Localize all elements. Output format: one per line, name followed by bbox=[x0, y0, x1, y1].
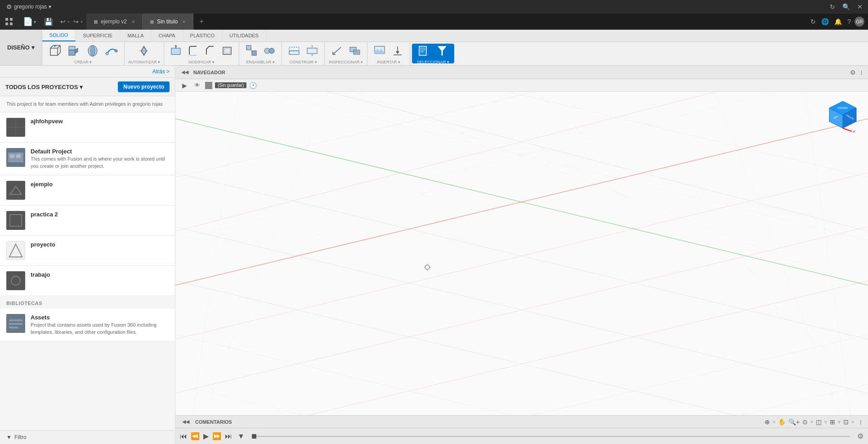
navigator-pin-button[interactable]: | bbox=[859, 69, 864, 76]
panel-collapse-button[interactable]: | bbox=[858, 418, 864, 426]
project-item-default[interactable]: Default Project This comes with Fusion a… bbox=[0, 143, 175, 175]
refresh-icon[interactable]: ↻ bbox=[828, 1, 837, 12]
close-icon[interactable]: ✕ bbox=[855, 1, 864, 12]
svg-rect-20 bbox=[171, 48, 180, 54]
help-icon[interactable]: ? bbox=[846, 16, 853, 27]
visibility-button[interactable]: 👁 bbox=[192, 81, 202, 90]
file-menu-button[interactable]: 📄 ▾ bbox=[18, 13, 40, 30]
tab-plastico[interactable]: PLÁSTICO bbox=[183, 30, 222, 41]
tab-chapa[interactable]: CHAPA bbox=[152, 30, 183, 41]
play-button[interactable]: ▶ bbox=[180, 81, 189, 90]
history-clock-icon[interactable]: 🕐 bbox=[249, 82, 257, 89]
timeline-track[interactable] bbox=[252, 436, 850, 437]
project-item-trabajo[interactable]: trabajo bbox=[0, 266, 175, 296]
new-tab-button[interactable]: + bbox=[193, 13, 210, 30]
timeline-next-button[interactable]: ⏩ bbox=[212, 432, 221, 440]
timeline-start-button[interactable]: ⏮ bbox=[180, 432, 187, 440]
apps-grid-button[interactable] bbox=[0, 13, 18, 30]
inspect-interference[interactable] bbox=[346, 43, 363, 59]
redo-button[interactable]: ↪ bbox=[73, 18, 79, 25]
tab-ejemplo-v2[interactable]: ◼ ejemplo v2 ✕ bbox=[86, 13, 143, 30]
toolbar-tabs-container: SOLIDO SUPERFICIE MALLA CHAPA PLÁSTICO U… bbox=[42, 30, 868, 65]
select-filter-button[interactable] bbox=[434, 43, 451, 59]
project-name: proyecto bbox=[31, 241, 169, 248]
save-button[interactable]: 💾 bbox=[40, 13, 57, 30]
tab-malla[interactable]: MALLA bbox=[120, 30, 151, 41]
create-new-component-button[interactable] bbox=[46, 43, 64, 59]
project-item-assets[interactable]: Assets Project that contains assets used… bbox=[0, 309, 175, 341]
navigator-settings-icon[interactable]: ⚙ bbox=[850, 69, 856, 76]
svg-rect-66 bbox=[9, 323, 22, 325]
notification-icon[interactable]: 🔔 bbox=[832, 16, 844, 27]
project-item-ejemplo[interactable]: ejemplo bbox=[0, 175, 175, 206]
filter-icon: ▼ bbox=[6, 434, 12, 440]
svg-text:X: X bbox=[853, 130, 855, 134]
timeline-filter-icon[interactable]: ▼ bbox=[237, 432, 245, 440]
svg-line-9 bbox=[58, 53, 60, 55]
navigator-collapse-button[interactable]: ◀◀ bbox=[179, 68, 191, 76]
extrude-button[interactable] bbox=[65, 43, 83, 59]
timeline-play-button[interactable]: ▶ bbox=[203, 432, 209, 440]
project-name: Default Project bbox=[31, 148, 169, 155]
project-info: Assets Project that contains assets used… bbox=[31, 314, 169, 336]
user-menu-button[interactable]: ⚙ gregorio rojas ▾ bbox=[4, 2, 54, 11]
tab-utilidades[interactable]: UTILIDADES bbox=[222, 30, 266, 41]
undo-button[interactable]: ↩ bbox=[60, 18, 66, 25]
projects-title[interactable]: TODOS LOS PROYECTOS ▾ bbox=[5, 84, 83, 90]
view-cube-toggle[interactable]: ⊡ bbox=[843, 418, 849, 426]
project-item-proyecto[interactable]: proyecto bbox=[0, 236, 175, 266]
design-dropdown-button[interactable]: DISEÑO ▾ bbox=[0, 30, 42, 65]
assemble-joint[interactable] bbox=[261, 43, 278, 59]
modify-shell[interactable] bbox=[219, 43, 235, 59]
project-item-practica2[interactable]: practica 2 bbox=[0, 206, 175, 236]
tab-superficie[interactable]: SUPERFICIE bbox=[76, 30, 120, 41]
grid-icon[interactable]: ⊞ bbox=[830, 418, 835, 426]
construct-midplane[interactable] bbox=[304, 43, 321, 59]
timeline-end-button[interactable]: ⏭ bbox=[225, 432, 232, 440]
zoom-icon[interactable]: 🔍+ bbox=[788, 418, 800, 426]
inspect-measure[interactable] bbox=[328, 43, 345, 59]
comments-collapse-button[interactable]: ◀◀ bbox=[180, 418, 192, 426]
pan-icon[interactable]: ✋ bbox=[778, 418, 786, 426]
fit-view-icon[interactable]: ⊙ bbox=[802, 418, 808, 426]
select-button[interactable] bbox=[416, 43, 433, 59]
project-name: Assets bbox=[31, 314, 169, 321]
sweep-button[interactable] bbox=[103, 43, 121, 59]
settings-gear-icon[interactable]: ⚙ bbox=[857, 432, 864, 440]
timeline-prev-button[interactable]: ⏪ bbox=[191, 432, 200, 440]
view-cube[interactable]: ARRIBA FRENTE DER X bbox=[825, 99, 861, 135]
modify-chamfer[interactable] bbox=[202, 43, 218, 59]
tab-close-icon[interactable]: ✕ bbox=[182, 19, 186, 24]
globe-icon[interactable]: 🌐 bbox=[819, 16, 831, 27]
canvas-viewport[interactable]: ARRIBA FRENTE DER X bbox=[175, 92, 868, 415]
projects-header: TODOS LOS PROYECTOS ▾ Nuevo proyecto bbox=[0, 78, 175, 96]
timeline-playhead[interactable] bbox=[252, 434, 256, 439]
search-icon[interactable]: 🔍 bbox=[841, 1, 852, 12]
orbit-icon[interactable]: ⊕ bbox=[765, 418, 770, 426]
svg-line-5 bbox=[50, 45, 53, 48]
tab-label: ejemplo v2 bbox=[101, 18, 127, 25]
construct-offset-plane[interactable] bbox=[286, 43, 303, 59]
project-info: ejemplo bbox=[31, 181, 169, 188]
svg-text:ARRIBA: ARRIBA bbox=[838, 107, 848, 109]
admin-project-item[interactable]: This project is for team members with Ad… bbox=[0, 96, 175, 112]
svg-marker-48 bbox=[438, 46, 446, 55]
new-project-button[interactable]: Nuevo proyecto bbox=[118, 81, 170, 92]
automate-button[interactable] bbox=[135, 43, 153, 59]
insert-image[interactable] bbox=[371, 43, 388, 59]
modify-press-pull[interactable] bbox=[168, 43, 184, 59]
revolve-button[interactable] bbox=[84, 43, 102, 59]
insert-import[interactable] bbox=[389, 43, 406, 59]
back-link[interactable]: Atrás > bbox=[152, 68, 170, 75]
assets-thumbnail bbox=[6, 314, 25, 333]
help-center-icon[interactable]: ↻ bbox=[809, 16, 818, 27]
tab-solido[interactable]: SOLIDO bbox=[42, 30, 76, 41]
tab-sin-titulo[interactable]: ◼ Sin titulo ✕ bbox=[143, 13, 193, 30]
assemble-new[interactable] bbox=[243, 43, 260, 59]
tab-close-icon[interactable]: ✕ bbox=[131, 19, 135, 24]
project-item-ajhfohpvew[interactable]: ajhfohpvew bbox=[0, 112, 175, 143]
svg-point-18 bbox=[115, 49, 117, 52]
display-mode-icon[interactable]: ◫ bbox=[816, 418, 822, 426]
modify-fillet[interactable] bbox=[185, 43, 201, 59]
user-avatar[interactable]: GR bbox=[855, 17, 864, 27]
